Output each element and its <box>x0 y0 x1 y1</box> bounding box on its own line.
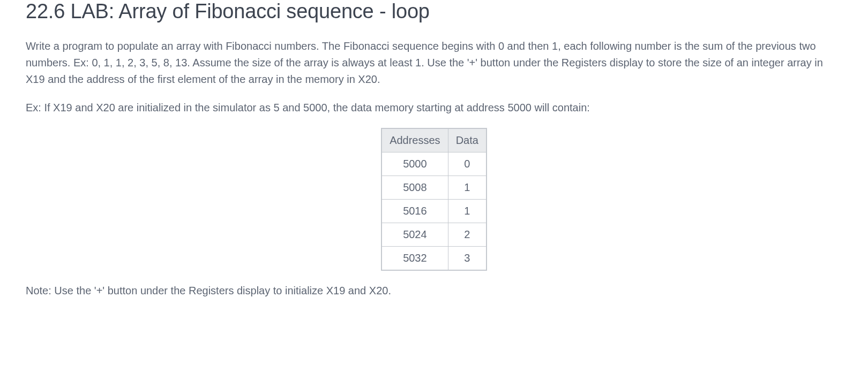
cell-address: 5032 <box>381 247 448 271</box>
table-row: 5008 1 <box>381 176 487 200</box>
table-row: 5024 2 <box>381 223 487 247</box>
page-title: 22.6 LAB: Array of Fibonacci sequence - … <box>26 0 842 23</box>
cell-address: 5016 <box>381 200 448 223</box>
cell-data: 0 <box>448 152 487 176</box>
header-data: Data <box>448 128 487 152</box>
cell-address: 5024 <box>381 223 448 247</box>
table-row: 5016 1 <box>381 200 487 223</box>
cell-data: 3 <box>448 247 487 271</box>
table-header-row: Addresses Data <box>381 128 487 152</box>
lab-content: 22.6 LAB: Array of Fibonacci sequence - … <box>26 0 842 299</box>
cell-address: 5008 <box>381 176 448 200</box>
memory-table-wrapper: Addresses Data 5000 0 5008 1 5016 1 <box>26 128 842 271</box>
memory-table: Addresses Data 5000 0 5008 1 5016 1 <box>381 128 487 271</box>
cell-address: 5000 <box>381 152 448 176</box>
note-paragraph: Note: Use the '+' button under the Regis… <box>26 283 842 299</box>
cell-data: 1 <box>448 200 487 223</box>
table-row: 5000 0 <box>381 152 487 176</box>
table-row: 5032 3 <box>381 247 487 271</box>
cell-data: 2 <box>448 223 487 247</box>
cell-data: 1 <box>448 176 487 200</box>
intro-paragraph: Write a program to populate an array wit… <box>26 38 842 88</box>
example-paragraph: Ex: If X19 and X20 are initialized in th… <box>26 100 842 116</box>
header-addresses: Addresses <box>381 128 448 152</box>
